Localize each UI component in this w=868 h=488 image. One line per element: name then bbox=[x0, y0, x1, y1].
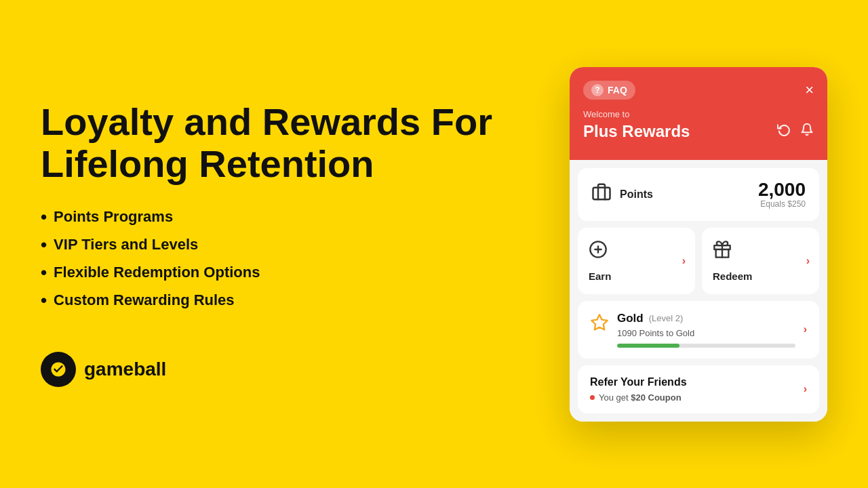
left-panel: Loyalty and Rewards For Lifelong Retenti… bbox=[41, 101, 570, 386]
gold-points-text: 1090 Points to Gold bbox=[617, 328, 795, 338]
brand-name: gameball bbox=[84, 359, 166, 380]
welcome-text: Welcome to bbox=[583, 109, 814, 119]
widget-header-top: ? FAQ × bbox=[583, 81, 814, 100]
progress-bar-background bbox=[617, 344, 795, 348]
bullet-list: Points Programs VIP Tiers and Levels Fle… bbox=[41, 207, 542, 311]
points-value: 2,000 bbox=[758, 180, 806, 199]
brand-logo: gameball bbox=[41, 352, 542, 387]
faq-label: FAQ bbox=[608, 85, 627, 96]
redeem-card[interactable]: Redeem › bbox=[702, 228, 819, 294]
rewards-title: Plus Rewards bbox=[583, 122, 690, 141]
refer-card[interactable]: Refer Your Friends You get $20 Coupon › bbox=[578, 365, 819, 413]
points-left: Points bbox=[591, 182, 653, 207]
gold-card[interactable]: Gold (Level 2) 1090 Points to Gold › bbox=[578, 301, 819, 359]
gold-level: (Level 2) bbox=[649, 313, 684, 323]
faq-button[interactable]: ? FAQ bbox=[583, 81, 635, 100]
logo-icon bbox=[41, 352, 76, 387]
gold-info: Gold (Level 2) 1090 Points to Gold bbox=[617, 312, 795, 348]
svg-rect-0 bbox=[593, 188, 610, 200]
earn-label: Earn bbox=[589, 270, 684, 282]
earn-icon bbox=[589, 240, 684, 264]
bell-icon-button[interactable] bbox=[800, 123, 814, 140]
gold-arrow: › bbox=[804, 323, 807, 336]
bullet-item-3: Flexible Redemption Options bbox=[41, 262, 542, 283]
svg-marker-6 bbox=[591, 314, 607, 329]
earn-arrow: › bbox=[682, 255, 686, 267]
bullet-item-4: Custom Rewarding Rules bbox=[41, 290, 542, 311]
widget-container: ? FAQ × Welcome to Plus Rewards bbox=[570, 67, 827, 422]
progress-bar-fill bbox=[617, 344, 679, 348]
redeem-arrow: › bbox=[806, 255, 810, 267]
bell-icon bbox=[800, 123, 814, 136]
refer-arrow: › bbox=[804, 383, 807, 395]
rewards-title-row: Plus Rewards bbox=[583, 122, 814, 141]
refer-subtitle-text: You get $20 Coupon bbox=[599, 392, 682, 403]
refer-title: Refer Your Friends bbox=[590, 376, 687, 388]
points-label: Points bbox=[620, 188, 653, 201]
bullet-item-1: Points Programs bbox=[41, 207, 542, 228]
points-icon bbox=[591, 182, 612, 207]
gold-icon bbox=[590, 313, 609, 337]
refer-dot bbox=[590, 395, 595, 400]
gold-title-row: Gold (Level 2) bbox=[617, 312, 795, 325]
gold-name: Gold bbox=[617, 312, 644, 325]
earn-redeem-row: Earn › Redeem › bbox=[578, 228, 819, 294]
close-button[interactable]: × bbox=[805, 83, 814, 98]
bullet-item-2: VIP Tiers and Levels bbox=[41, 235, 542, 256]
points-equals: Equals $250 bbox=[758, 199, 806, 209]
widget-header: ? FAQ × Welcome to Plus Rewards bbox=[570, 67, 827, 160]
gameball-logo-icon bbox=[49, 360, 68, 379]
refer-subtitle: You get $20 Coupon bbox=[590, 392, 687, 403]
refer-left: Refer Your Friends You get $20 Coupon bbox=[590, 376, 687, 403]
history-icon bbox=[777, 123, 791, 136]
main-heading: Loyalty and Rewards For Lifelong Retenti… bbox=[41, 101, 542, 184]
earn-card[interactable]: Earn › bbox=[578, 228, 695, 294]
history-icon-button[interactable] bbox=[777, 123, 791, 140]
header-icons bbox=[777, 123, 814, 140]
points-right: 2,000 Equals $250 bbox=[758, 180, 806, 209]
points-card: Points 2,000 Equals $250 bbox=[578, 168, 819, 221]
redeem-label: Redeem bbox=[713, 270, 808, 282]
faq-icon: ? bbox=[591, 84, 604, 96]
widget-body: Points 2,000 Equals $250 Earn › bbox=[570, 160, 827, 422]
redeem-icon bbox=[713, 240, 808, 264]
